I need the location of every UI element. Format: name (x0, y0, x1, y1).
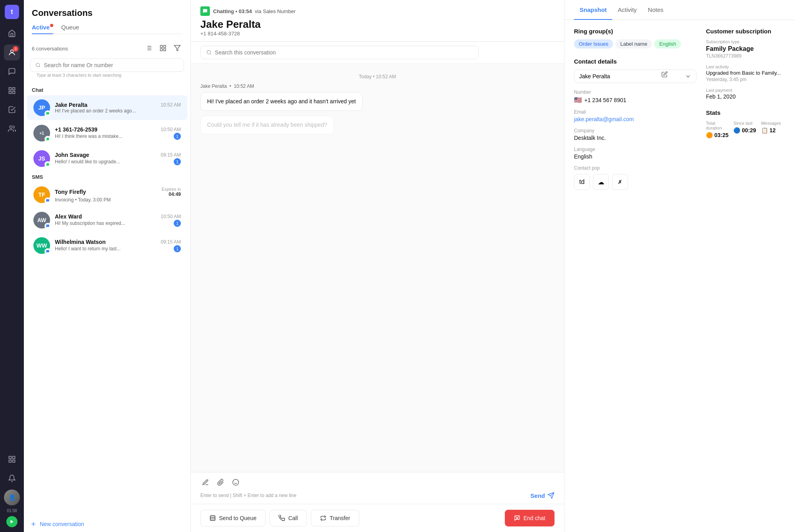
svg-point-26 (207, 50, 211, 54)
number-row: Number 🇺🇸 +1 234 567 8901 (574, 89, 696, 104)
conv-item-wilhelmina[interactable]: WW Wilhelmina Watson 09:15 AM Hello! I w… (27, 233, 187, 258)
nav-reports[interactable] (4, 102, 20, 118)
pop-icon-cloud[interactable]: ☁ (593, 174, 609, 190)
tab-snapshot[interactable]: Snapshot (574, 0, 612, 19)
pop-icon-td[interactable]: td (574, 174, 590, 190)
email-value: jake.peralta@gmail.com (574, 116, 696, 122)
contact-dropdown-name: Jake Peralta (579, 73, 610, 79)
chat-header: Chatting • 03:54 via Sales Number Jake P… (191, 0, 564, 42)
contact-pop-section: Contact pop td ☁ ✗ (574, 165, 696, 190)
status-indicator[interactable] (6, 516, 17, 527)
right-panel-tabs: Snapshot Activity Notes (564, 0, 795, 20)
svg-point-28 (233, 480, 239, 486)
end-chat-btn[interactable]: End chat (505, 510, 555, 526)
svg-rect-33 (210, 516, 215, 520)
attach-btn[interactable] (215, 477, 226, 489)
pop-icon-zendesk[interactable]: ✗ (612, 174, 628, 190)
chat-status-row: Chatting • 03:54 via Sales Number (200, 6, 555, 16)
sidebar-meta: 6 conversations (24, 43, 190, 58)
stat-messages-value: 📋 12 (761, 127, 785, 133)
tab-activity[interactable]: Activity (612, 0, 642, 19)
nav-people[interactable] (4, 121, 20, 137)
avatar-alex-ward: AW (33, 212, 50, 228)
nav-contacts[interactable]: 3 (4, 44, 20, 60)
tab-notes[interactable]: Notes (642, 0, 669, 19)
stat-icon-orange: 🟠 (706, 132, 713, 138)
conv-preview: Hi! I think there was a mistake... (55, 133, 122, 139)
svg-marker-21 (175, 45, 180, 51)
conv-info-alex: Alex Ward 10:50 AM Hi! My subscription h… (55, 213, 181, 227)
email-link[interactable]: jake.peralta@gmail.com (574, 116, 634, 122)
conv-item-unknown[interactable]: +1 +1 361-726-2539 10:50 AM Hi! I think … (27, 121, 187, 145)
conv-item-john-savage[interactable]: JS John Savage 09:15 AM Hello! I would l… (27, 146, 187, 171)
nav-home[interactable] (4, 25, 20, 41)
chevron-down-icon (685, 73, 691, 79)
chat-search-input[interactable] (215, 49, 473, 56)
send-to-queue-btn[interactable]: Send to Queue (200, 510, 266, 526)
tab-active[interactable]: Active (32, 24, 53, 34)
customer-subscription-title: Customer subscription (706, 28, 785, 35)
filter-btn[interactable] (172, 43, 182, 54)
conv-preview: Hi! My subscription has expired... (55, 221, 125, 226)
nav-bell[interactable] (4, 470, 20, 486)
nav-tasks[interactable] (4, 83, 20, 99)
nav-grid[interactable] (4, 451, 20, 467)
contact-dropdown[interactable]: Jake Peralta (574, 70, 696, 83)
conv-item-tony-firefly[interactable]: TF Tony Firefly Expires in 04:49 Invoici… (27, 182, 187, 207)
ring-groups-section: Ring group(s) Order Issues Label name En… (574, 28, 696, 48)
sidebar: Conversations Active Queue 6 conversatio… (24, 0, 191, 532)
conv-item-alex-ward[interactable]: AW Alex Ward 10:50 AM Hi! My subscriptio… (27, 208, 187, 232)
compact-view-btn[interactable] (158, 43, 168, 54)
sub-type-id: TLN3662773989 (706, 53, 785, 59)
chat-messages: Today • 10:52 AM Jake Peralta • 10:52 AM… (191, 64, 564, 472)
transfer-btn[interactable]: Transfer (311, 510, 359, 526)
tab-queue[interactable]: Queue (61, 24, 79, 34)
call-btn[interactable]: Call (270, 510, 307, 526)
message-bubble-placeholder: Could you tell me if it has already been… (200, 116, 334, 134)
stat-total-duration-label: Total duration (706, 121, 730, 130)
user-avatar[interactable]: 👤 (4, 489, 20, 505)
stat-messages-label: Messages (761, 121, 785, 126)
svg-rect-17 (160, 45, 162, 47)
stat-icon-blue: 🔵 (733, 127, 740, 133)
send-btn[interactable]: Send (530, 492, 555, 499)
unread-badge: 1 (174, 245, 181, 252)
ring-tag-order-issues: Order Issues (574, 39, 613, 48)
conv-info-jake: Jake Peralta 10:52 AM Hi! I've placed an… (55, 102, 181, 114)
svg-line-23 (39, 66, 40, 67)
avatar-unknown: +1 (33, 125, 50, 141)
nav-conversations[interactable] (4, 64, 20, 79)
conv-info-unknown: +1 361-726-2539 10:50 AM Hi! I think the… (55, 126, 181, 140)
language-row: Language English (574, 147, 696, 160)
flag-icon: 🇺🇸 (574, 96, 582, 104)
emoji-btn[interactable] (231, 477, 241, 489)
queue-icon (209, 515, 216, 521)
conv-item-jake-peralta[interactable]: JP Jake Peralta 10:52 AM Hi! I've placed… (27, 95, 187, 120)
list-view-btn[interactable] (143, 43, 154, 54)
avatar-tony-firefly: TF (33, 186, 50, 203)
note-btn[interactable] (200, 477, 211, 489)
chat-input-area: Enter to send | Shift + Enter to add a n… (191, 472, 564, 504)
customer-subscription-section: Customer subscription Subscription type … (706, 28, 785, 100)
contact-edit-btn[interactable] (661, 71, 668, 79)
chat-contact-name: Jake Peralta (200, 18, 555, 31)
search-hint: Type at least 3 characters to start sear… (30, 72, 184, 81)
search-input[interactable] (44, 62, 179, 68)
svg-point-5 (10, 126, 12, 129)
conv-info-wilhelmina: Wilhelmina Watson 09:15 AM Hello! I want… (55, 239, 181, 252)
chat-status-icon (200, 6, 210, 16)
chat-search (191, 42, 564, 64)
new-conversation-btn[interactable]: New conversation (30, 521, 184, 527)
stat-total-duration: Total duration 🟠 03:25 (706, 121, 730, 138)
conv-name: Jake Peralta (55, 102, 87, 108)
chat-toolbar (200, 477, 555, 489)
svg-rect-18 (164, 45, 166, 47)
contact-details-section: Contact details Jake Peralta Number 🇺🇸 +… (574, 58, 696, 190)
main-chat-area: Chatting • 03:54 via Sales Number Jake P… (191, 0, 564, 532)
stat-since-last-label: Since last (733, 121, 758, 126)
channel-icon-sms2 (45, 223, 51, 229)
left-navigation: t 3 👤 01:58 (0, 0, 24, 532)
sidebar-title: Conversations (32, 8, 182, 18)
send-icon (547, 492, 555, 499)
right-panel: Snapshot Activity Notes Ring group(s) Or… (564, 0, 795, 532)
